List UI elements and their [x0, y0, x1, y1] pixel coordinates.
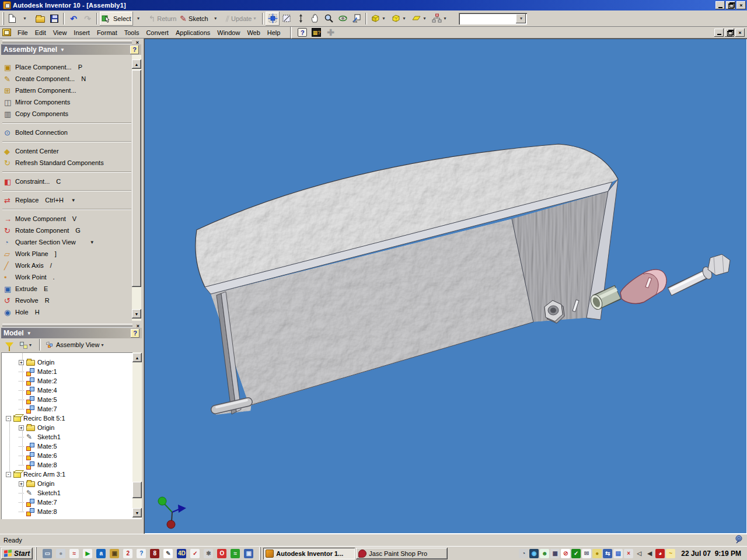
zoom-window-button[interactable]	[280, 12, 294, 26]
zoom-selected-button[interactable]	[322, 12, 336, 26]
scheduler-icon[interactable]: ◔	[519, 549, 528, 558]
add-panel-button[interactable]: ✚	[325, 28, 336, 37]
menu-item[interactable]: Edit	[32, 27, 50, 38]
tree-expander[interactable]: +	[19, 481, 24, 487]
cd-burn-icon[interactable]: ●	[592, 549, 602, 558]
task-button-inventor[interactable]: Autodesk Inventor 1...	[263, 548, 355, 559]
toolbar-grip[interactable]	[2, 12, 4, 25]
a-blue-icon[interactable]: a	[96, 549, 106, 558]
antivirus-check-icon[interactable]: ✓	[571, 549, 581, 558]
tree-expander[interactable]: -	[6, 416, 11, 421]
tree-item[interactable]: Mate:5	[1, 442, 142, 451]
two-red-icon[interactable]: 2	[123, 549, 132, 558]
eight-ball-icon[interactable]: 8	[150, 549, 159, 558]
media-tape-icon[interactable]: ▭	[43, 549, 52, 558]
tree-item[interactable]: + Origin	[1, 358, 142, 367]
tree-item[interactable]: ✎ Sketch1	[1, 432, 142, 442]
select-dropdown[interactable]: ▾	[133, 12, 147, 26]
update-button[interactable]: ⫽Update▾	[224, 12, 261, 26]
panel-command[interactable]: ↺ Revolve R	[1, 295, 132, 306]
menu-item[interactable]: Tools	[121, 27, 143, 38]
panel-grip[interactable]: ×	[1, 40, 141, 44]
filter-button[interactable]	[2, 338, 16, 352]
tree-expander[interactable]	[19, 446, 24, 447]
menu-item[interactable]: File	[14, 27, 32, 38]
parameter-combobox[interactable]: ▾	[459, 13, 527, 24]
panel-command[interactable]: ✎ Create Component... N	[1, 73, 132, 85]
child-minimize-button[interactable]	[714, 29, 724, 37]
tree-item[interactable]: Mate:8	[1, 507, 142, 516]
tree-expander[interactable]	[19, 456, 24, 456]
tree-expander[interactable]	[19, 502, 24, 503]
taskbar-clock[interactable]: 22 Jul 07 9:19 PM	[679, 550, 746, 558]
close-button[interactable]: ×	[736, 1, 746, 9]
assembly-view-button[interactable]: Assembly View ▾	[44, 338, 108, 352]
panel-command[interactable]: ▣ Place Component... P	[1, 61, 132, 73]
scroll-down-icon[interactable]: ▼	[132, 309, 141, 318]
blocked-icon[interactable]: ⊘	[561, 549, 570, 558]
tree-expander[interactable]	[19, 400, 24, 400]
tree-item[interactable]: - Recirc Arm 3:1	[1, 470, 142, 479]
tree-item[interactable]: Mate:4	[1, 386, 142, 395]
play-icon[interactable]: ▶	[83, 549, 92, 558]
tree-item[interactable]: Mate:7	[1, 404, 142, 414]
assembly-document-icon[interactable]	[2, 29, 11, 36]
moon-app-icon[interactable]: ~	[666, 549, 675, 558]
tree-expander[interactable]	[19, 465, 24, 466]
sketch-button[interactable]: ✎Sketch	[178, 12, 210, 26]
new-document-dropdown[interactable]: ▾	[19, 12, 33, 26]
panel-dropdown-icon[interactable]: ▼	[27, 331, 32, 336]
panel-command[interactable]: ◧ Constraint... C	[1, 176, 132, 187]
tree-expander[interactable]	[19, 409, 24, 410]
menu-item[interactable]: Help	[264, 27, 284, 38]
ati-icon[interactable]: ◕	[655, 549, 665, 558]
tree-expander[interactable]	[19, 493, 24, 494]
panel-command[interactable]: ⇄ Replace Ctrl+H ▼	[1, 194, 132, 206]
tree-item[interactable]: ✎ Sketch1	[1, 488, 142, 498]
return-button[interactable]: ↰Return	[147, 12, 179, 26]
start-button[interactable]: Start	[1, 548, 33, 559]
waveform-icon[interactable]: ≈	[231, 549, 240, 558]
scroll-thumb[interactable]	[132, 70, 141, 287]
wireframe-display-button[interactable]: ▾	[410, 12, 430, 26]
mail-icon[interactable]: ✉	[582, 549, 591, 558]
panel-command[interactable]: • Work Point .	[1, 271, 132, 283]
inventor-app-icon[interactable]	[3, 1, 11, 9]
volume-icon[interactable]: ◀	[645, 549, 654, 558]
tree-item[interactable]: Mate:5	[1, 395, 142, 404]
task-button-paintshop[interactable]: Jasc Paint Shop Pro	[356, 548, 448, 559]
person-green-icon[interactable]: ☻	[540, 549, 549, 558]
pc-blue-icon[interactable]: ▣	[244, 549, 253, 558]
tree-item[interactable]: Mate:2	[1, 376, 142, 386]
graphics-viewport[interactable]	[144, 38, 747, 534]
menu-item[interactable]: Applications	[172, 27, 214, 38]
shaded-display-button[interactable]: ▾	[369, 12, 389, 26]
check-red-icon[interactable]: ✓	[190, 549, 200, 558]
hidden-edge-display-button[interactable]: ▾	[389, 12, 410, 26]
menu-item[interactable]: Web	[243, 27, 263, 38]
save-button[interactable]	[47, 12, 61, 26]
restore-button[interactable]	[726, 1, 735, 9]
panel-command[interactable]: ⊙ Bolted Connection	[1, 127, 132, 138]
pan-button[interactable]	[308, 12, 322, 26]
combobox-dropdown-icon[interactable]: ▾	[516, 14, 526, 23]
panel-command[interactable]: → Move Component V	[1, 213, 132, 225]
tree-expander[interactable]: -	[6, 472, 11, 477]
notepad-pencil-icon[interactable]: ✎	[163, 549, 173, 558]
model-panel-header[interactable]: Model ▼ ?	[1, 328, 142, 338]
panel-command[interactable]: ◆ Content Center	[1, 145, 132, 157]
menu-item[interactable]: Window	[214, 27, 243, 38]
dropdown-arrow-icon[interactable]: ▼	[71, 198, 76, 203]
offline-x-icon[interactable]: ×	[624, 549, 633, 558]
select-button[interactable]: Select	[100, 12, 133, 26]
panel-command[interactable]: ↻ Rotate Component G	[1, 225, 132, 236]
redo-button[interactable]: ↷	[81, 12, 95, 26]
visual-syllabus-button[interactable]: ▦?	[311, 28, 322, 37]
cd-player-icon[interactable]: ●	[56, 549, 65, 558]
tree-item[interactable]: Mate:6	[1, 451, 142, 460]
tree-item[interactable]: + Origin	[1, 479, 142, 488]
minimize-button[interactable]	[715, 1, 725, 9]
dropdown-arrow-icon[interactable]: ▼	[90, 240, 95, 245]
child-restore-button[interactable]	[725, 29, 734, 37]
tree-item[interactable]: + Origin	[1, 423, 142, 432]
